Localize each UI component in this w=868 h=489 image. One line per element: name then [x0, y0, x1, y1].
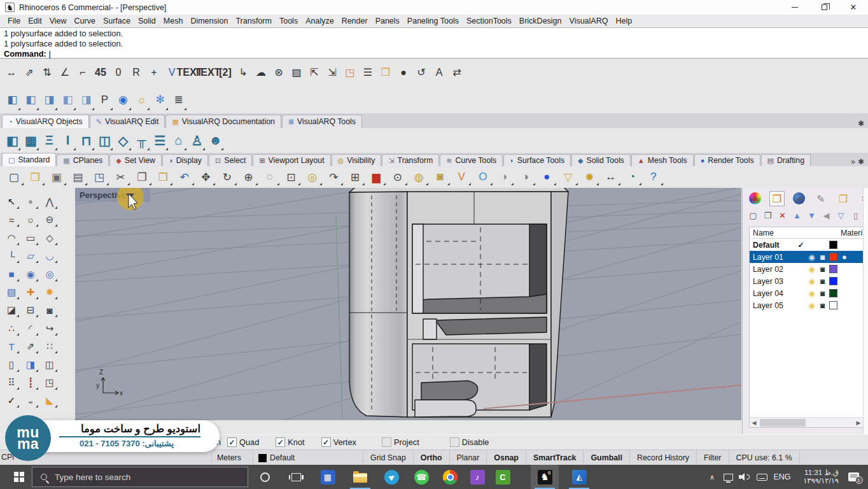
- sun-display-icon[interactable]: ☼: [132, 89, 151, 111]
- bulb-icon[interactable]: ◉: [806, 289, 817, 298]
- list-display-icon[interactable]: ≣: [169, 89, 188, 111]
- lock-icon[interactable]: ◙: [817, 289, 828, 298]
- print-icon[interactable]: ▤: [67, 167, 89, 187]
- gear-icon[interactable]: ✱: [858, 157, 864, 166]
- new-file-icon[interactable]: ▢: [3, 167, 25, 187]
- menu-item[interactable]: Curve: [71, 15, 99, 27]
- zoom-dynamic-icon[interactable]: ◌: [259, 167, 281, 187]
- patch-icon[interactable]: ▨: [3, 284, 20, 301]
- checkbox[interactable]: ✓: [227, 437, 237, 447]
- bulb-icon[interactable]: ◉: [806, 301, 817, 310]
- panel-vscrollbar[interactable]: [863, 188, 868, 434]
- save-icon[interactable]: ▣: [46, 167, 67, 187]
- polygon-icon[interactable]: ◇: [41, 230, 59, 246]
- leader-icon[interactable]: ↳: [234, 62, 252, 83]
- menu-item[interactable]: File: [4, 15, 24, 27]
- leader-2-icon[interactable]: [2]: [216, 62, 234, 83]
- status-toggle[interactable]: Planar: [450, 450, 487, 465]
- status-units[interactable]: Meters: [211, 450, 253, 465]
- revision-cloud-icon[interactable]: ☁: [252, 62, 270, 83]
- toolbar-tab[interactable]: ◗Surface Tools: [503, 154, 571, 166]
- language-indicator[interactable]: ENG: [771, 465, 793, 489]
- cone-icon[interactable]: ▽: [557, 167, 579, 187]
- varq-roof-icon[interactable]: ⌂: [169, 130, 188, 152]
- sphere-icon[interactable]: ◉: [22, 266, 39, 283]
- varq-furniture-icon[interactable]: ♙: [188, 130, 206, 152]
- osnap-checkbox-item[interactable]: ✓ Vertex: [321, 437, 356, 447]
- calculator-app-icon[interactable]: ▦: [314, 465, 342, 489]
- telegram-icon[interactable]: ▶: [377, 465, 405, 489]
- puzzle-icon[interactable]: ✚: [22, 284, 39, 301]
- varq-beam-icon[interactable]: Ξ: [40, 130, 59, 152]
- checkbox[interactable]: [382, 437, 391, 447]
- status-toggle[interactable]: Filter: [697, 450, 729, 465]
- lock-icon[interactable]: ◙: [817, 253, 828, 262]
- volume-icon[interactable]: [737, 465, 752, 489]
- music-app-icon[interactable]: ♪: [463, 465, 491, 489]
- varq-wall-icon[interactable]: ◧: [3, 130, 22, 152]
- cone-solid-icon[interactable]: ◣: [41, 392, 59, 409]
- menu-item[interactable]: Solid: [134, 15, 160, 27]
- fillet-icon[interactable]: └: [3, 248, 20, 264]
- varq-stair-icon[interactable]: ☰: [151, 130, 169, 152]
- move-icon[interactable]: ⇗: [22, 338, 39, 355]
- align-dim-icon[interactable]: ⇱: [305, 62, 323, 83]
- curve-icon[interactable]: ≈: [3, 211, 20, 228]
- duplicate-layer-icon[interactable]: ❐: [762, 210, 773, 221]
- layer-color-swatch[interactable]: [829, 301, 837, 309]
- layer-row[interactable]: Layer 03 ◉ ◙: [750, 275, 863, 287]
- extend-icon[interactable]: ↪: [41, 320, 59, 337]
- status-toggle[interactable]: Grid Snap: [363, 450, 414, 465]
- gear-icon[interactable]: ✱: [858, 119, 864, 128]
- ball-gray-icon[interactable]: ◑: [494, 167, 515, 187]
- ball-blue-icon[interactable]: ●: [536, 167, 558, 187]
- move-up-icon[interactable]: ▲: [792, 210, 802, 221]
- status-toggle[interactable]: Osnap: [487, 450, 526, 465]
- dim-plus-icon[interactable]: +: [145, 62, 163, 83]
- visualarq-tab[interactable]: ▦VisualARQ Documentation: [165, 115, 281, 128]
- menu-item[interactable]: Render: [338, 15, 372, 27]
- menu-item[interactable]: Panels: [372, 15, 403, 27]
- panel-tab-notes[interactable]: ❒: [836, 191, 851, 206]
- dim-radius-icon[interactable]: R: [127, 62, 145, 83]
- status-toggle[interactable]: Ortho: [414, 450, 450, 465]
- toolbar-tab[interactable]: ◍Visibility: [332, 154, 382, 166]
- start-button[interactable]: [6, 465, 32, 489]
- panel-tab-help[interactable]: ✎: [813, 191, 829, 206]
- osnap-checkbox-item[interactable]: ✓ Quad: [227, 437, 259, 447]
- point-cloud-icon[interactable]: ∴: [3, 320, 20, 337]
- fillet-corner-icon[interactable]: ◜: [22, 320, 39, 337]
- point-icon[interactable]: ∘: [22, 194, 39, 210]
- dim-vertical-icon[interactable]: ⇅: [38, 62, 56, 83]
- rhino-taskbar-icon[interactable]: ♞6: [531, 465, 559, 489]
- gear-icon[interactable]: ✹: [579, 167, 601, 187]
- material-icon[interactable]: ●: [837, 252, 851, 262]
- text-edit-icon[interactable]: TEXT: [199, 62, 216, 83]
- layer-row[interactable]: Layer 04 ◉ ◙: [750, 287, 863, 299]
- osnap-checkbox-item[interactable]: ✓ Knot: [276, 437, 304, 447]
- osnap-checkbox-item[interactable]: Project: [382, 437, 419, 447]
- array-icon[interactable]: ⠿: [3, 374, 20, 391]
- toolbar-tab[interactable]: ▲Mesh Tools: [631, 154, 694, 166]
- dim-angle-icon[interactable]: ∠: [56, 62, 74, 83]
- chrome-icon[interactable]: [436, 465, 464, 489]
- open-file-icon[interactable]: ❒: [25, 167, 46, 187]
- sync-circle-icon[interactable]: ◉: [114, 89, 132, 111]
- cplane-icon[interactable]: ⊙: [387, 167, 409, 187]
- restore-button[interactable]: [809, 0, 839, 15]
- redo-view-icon[interactable]: ↷: [323, 167, 345, 187]
- check-dim-icon[interactable]: ⇲: [323, 62, 341, 83]
- dim-tool-icon[interactable]: ↔: [600, 167, 622, 187]
- layer-hscrollbar[interactable]: ◀ ▶: [750, 417, 863, 427]
- detail-page-add-icon[interactable]: ◨: [77, 89, 95, 111]
- layer-row[interactable]: Layer 01 ◉ ◙ ●: [750, 251, 863, 263]
- toolbar-tab[interactable]: ⇲Transform: [382, 154, 439, 166]
- cortana-button[interactable]: [251, 465, 279, 489]
- varq-door-icon[interactable]: ⊓: [77, 130, 95, 152]
- tray-chevron-icon[interactable]: ∧: [705, 465, 719, 489]
- ball-dark-icon[interactable]: ◑: [515, 167, 536, 187]
- dim-arc-icon[interactable]: ⌐: [74, 62, 92, 83]
- earth-icon[interactable]: ◔: [622, 167, 643, 187]
- zoom-extents-icon[interactable]: ⊕: [238, 167, 260, 187]
- minimize-button[interactable]: [780, 0, 809, 15]
